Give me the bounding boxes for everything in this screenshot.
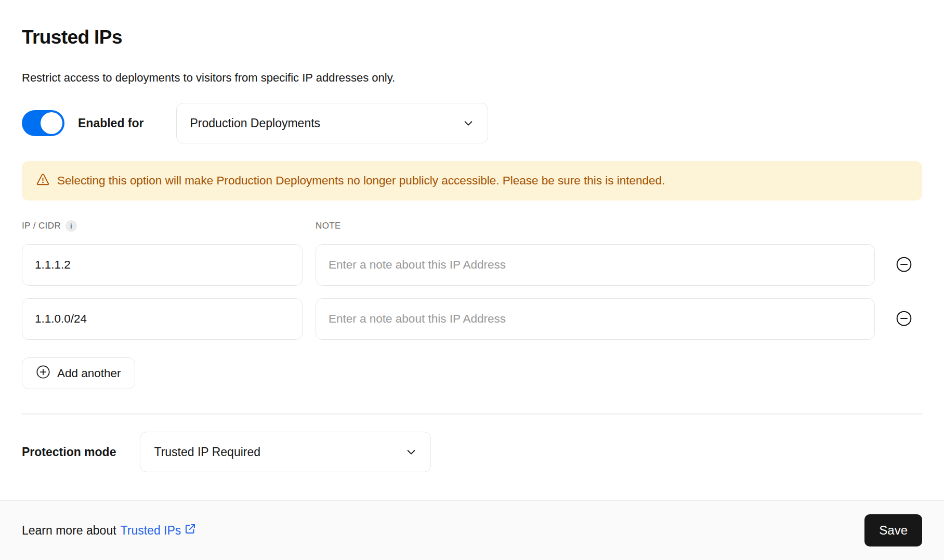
ip-cidr-input-1[interactable] [22, 244, 303, 286]
remove-ip-button-1[interactable] [895, 256, 913, 274]
toggle-knob [41, 112, 62, 134]
enabled-for-label: Enabled for [78, 116, 144, 130]
trusted-ips-link[interactable]: Trusted IPs [121, 523, 197, 538]
add-another-button[interactable]: Add another [22, 357, 135, 389]
protection-mode-value: Trusted IP Required [154, 445, 260, 459]
deployment-target-value: Production Deployments [190, 116, 321, 130]
minus-circle-icon [896, 310, 912, 328]
save-button[interactable]: Save [864, 514, 922, 546]
plus-circle-icon [36, 365, 50, 382]
info-icon[interactable]: i [65, 220, 77, 232]
page-description: Restrict access to deployments to visito… [22, 70, 922, 86]
trusted-ips-toggle[interactable] [22, 110, 64, 136]
warning-text: Selecting this option will make Producti… [57, 174, 665, 188]
chevron-down-icon [405, 446, 417, 458]
action-bar: Learn more about Trusted IPs Save [0, 500, 944, 560]
trusted-ips-panel: Trusted IPs Restrict access to deploymen… [0, 0, 944, 472]
deployment-target-select[interactable]: Production Deployments [176, 103, 488, 143]
warning-banner: Selecting this option will make Producti… [22, 161, 922, 201]
table-column-headers: IP / CIDR i NOTE [22, 220, 922, 232]
protection-mode-label: Protection mode [22, 445, 116, 459]
external-link-icon [184, 523, 196, 538]
note-header: NOTE [316, 221, 341, 231]
protection-mode-row: Protection mode Trusted IP Required [22, 432, 922, 472]
remove-ip-button-2[interactable] [895, 310, 913, 328]
ip-row-2 [22, 298, 922, 340]
ip-cidr-header: IP / CIDR [22, 221, 61, 231]
section-divider [22, 414, 922, 415]
trusted-ips-link-label: Trusted IPs [121, 524, 181, 538]
ip-cidr-input-2[interactable] [22, 298, 303, 340]
enabled-for-row: Enabled for Production Deployments [22, 102, 922, 144]
protection-mode-select[interactable]: Trusted IP Required [140, 432, 431, 472]
learn-more-prefix: Learn more about [22, 524, 116, 538]
learn-more-text: Learn more about Trusted IPs [22, 523, 196, 538]
note-input-2[interactable] [316, 298, 875, 340]
minus-circle-icon [896, 256, 912, 274]
ip-row-1 [22, 244, 922, 286]
page-title: Trusted IPs [22, 27, 922, 48]
note-input-1[interactable] [316, 244, 875, 286]
warning-triangle-icon [36, 172, 50, 190]
chevron-down-icon [463, 117, 474, 129]
add-another-label: Add another [57, 367, 121, 380]
